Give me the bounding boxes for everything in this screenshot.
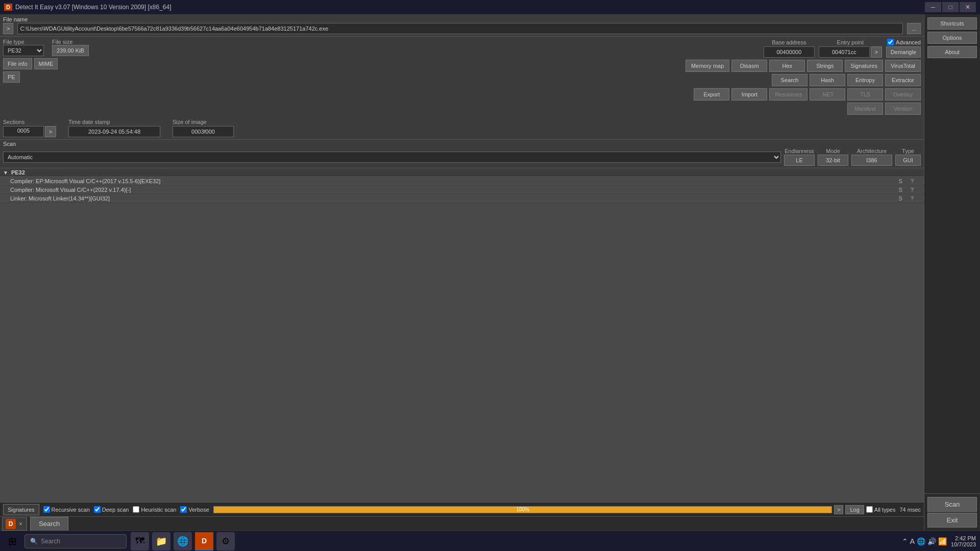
export-button[interactable]: Export [694, 88, 729, 101]
time-date-group: Time date stamp 2023-09-24 05:54:48 [68, 119, 160, 137]
options-button[interactable]: Options [927, 32, 977, 44]
taskbar-start-button[interactable]: ⊞ [4, 533, 20, 549]
exit-button[interactable]: Exit [927, 513, 977, 528]
heuristic-scan-label[interactable]: Heuristic scan [133, 506, 176, 513]
maximize-button[interactable]: □ [942, 2, 959, 12]
file-path-input[interactable] [17, 23, 902, 34]
manifest-button[interactable]: Manifest [847, 103, 883, 115]
entry-point-arrow-button[interactable]: > [871, 46, 882, 58]
scan-mode-select[interactable]: Automatic [3, 152, 781, 163]
tls-button[interactable]: TLS [847, 88, 883, 101]
result-right-2: S ? [899, 195, 914, 202]
all-types-label[interactable]: All types [866, 506, 896, 513]
minimize-button[interactable]: ─ [925, 2, 941, 12]
extractor-button[interactable]: Extractor [885, 74, 921, 86]
pe-button[interactable]: PE [3, 71, 20, 83]
heuristic-scan-checkbox[interactable] [133, 506, 139, 513]
recursive-scan-text: Recursive scan [52, 507, 90, 513]
result-item-1[interactable]: Compiler: Microsoft Visual C/C++(2022 v.… [0, 186, 924, 194]
deep-scan-checkbox[interactable] [94, 506, 101, 513]
result-q-0: ? [911, 178, 914, 184]
result-right-0: S ? [899, 178, 914, 184]
close-button[interactable]: ✕ [960, 2, 976, 12]
sections-group: Sections 0005 > [3, 119, 56, 137]
taskbar-app-detect-it-easy[interactable]: D [195, 532, 213, 550]
file-type-label: File type [3, 39, 44, 45]
result-item-2[interactable]: Linker: Microsoft Linker(14.34**)[GUI32]… [0, 194, 924, 203]
app-tab[interactable]: D × [2, 517, 27, 531]
advanced-checkbox[interactable] [887, 39, 894, 45]
sections-btn-row: 0005 > [3, 126, 56, 137]
entropy-button[interactable]: Entropy [847, 74, 883, 86]
entry-point-row: 004071cc > [819, 46, 882, 58]
shortcuts-button[interactable]: Shortcuts [927, 17, 977, 30]
signatures-button[interactable]: Signatures [845, 60, 883, 72]
overlay-button[interactable]: Overlay [885, 88, 921, 101]
taskbar-app-maps[interactable]: 🗺 [131, 532, 149, 550]
version-button[interactable]: Version [885, 103, 921, 115]
progress-section: 100% > Log All types [213, 505, 896, 514]
taskbar-app-browser[interactable]: 🌐 [174, 532, 192, 550]
advanced-checkbox-label[interactable]: Advanced [887, 39, 921, 45]
tool-buttons-row-2: Search Hash Entropy Extractor [772, 74, 921, 86]
file-type-select[interactable]: PE32 [3, 45, 44, 56]
app-tab-close-button[interactable]: × [18, 520, 23, 528]
file-size-value: 239.00 KiB [52, 45, 89, 56]
addr-entry-row: Base address 00400000 Entry point 004071… [764, 39, 882, 58]
mime-button[interactable]: MIME [34, 58, 58, 69]
advanced-label: Advanced [896, 39, 921, 45]
scan-big-button[interactable]: Scan [927, 497, 977, 512]
import-button[interactable]: Import [731, 88, 767, 101]
verbose-label[interactable]: Verbose [180, 506, 209, 513]
virus-total-button[interactable]: VirusTotal [885, 60, 921, 72]
memory-map-button[interactable]: Memory map [685, 60, 729, 72]
about-button[interactable]: About [927, 46, 977, 58]
progress-percent: 100% [516, 507, 529, 512]
browse-button[interactable]: ... [907, 23, 921, 34]
deep-scan-label[interactable]: Deep scan [94, 506, 129, 513]
recursive-scan-label[interactable]: Recursive scan [43, 506, 90, 513]
result-group-name: PE32 [11, 169, 25, 176]
taskbar-app-settings[interactable]: ⚙ [216, 532, 235, 550]
architecture-value: I386 [851, 155, 892, 166]
entry-point-value: 004071cc [819, 46, 870, 58]
result-right-1: S ? [899, 187, 914, 193]
type-group: Type GUI [895, 148, 921, 166]
app-taskbar-strip: D × Search [0, 516, 924, 531]
hex-button[interactable]: Hex [769, 60, 805, 72]
base-address-group: Base address 00400000 [764, 39, 815, 58]
disasm-button[interactable]: Disasm [731, 60, 767, 72]
architecture-col-label: Architecture [851, 148, 892, 154]
taskbar-app-files[interactable]: 📁 [152, 532, 170, 550]
verbose-checkbox[interactable] [180, 506, 187, 513]
sections-arrow-button[interactable]: > [45, 126, 56, 137]
strings-button[interactable]: Strings [807, 60, 843, 72]
hash-button[interactable]: Hash [810, 74, 845, 86]
heuristic-scan-text: Heuristic scan [141, 507, 176, 513]
log-button[interactable]: Log [845, 505, 864, 514]
file-info-button[interactable]: File info [3, 58, 32, 69]
demangle-button[interactable]: Demangle [886, 46, 921, 58]
recursive-scan-checkbox[interactable] [43, 506, 50, 513]
taskbar-search-button[interactable]: Search [30, 517, 68, 531]
nav-button[interactable]: > [3, 23, 13, 34]
search-button[interactable]: Search [772, 74, 807, 86]
signatures-tab-button[interactable]: Signatures [3, 504, 39, 515]
result-text-1: Compiler: Microsoft Visual C/C++(2022 v.… [10, 187, 131, 193]
scan-columns: Endianness LE Mode 32-bit Architecture I… [784, 148, 921, 166]
resources-button[interactable]: Resources [769, 88, 807, 101]
top-info-left: File type PE32 File size 239.00 KiB File… [3, 39, 89, 115]
app-container: File name > ... File type [0, 14, 980, 531]
time-date-label: Time date stamp [68, 119, 160, 125]
taskbar-search-placeholder: Search [41, 538, 60, 545]
net-button[interactable]: .NET [810, 88, 845, 101]
sections-row: Sections 0005 > Time date stamp 2023-09-… [0, 117, 924, 140]
progress-forward-button[interactable]: > [834, 505, 843, 514]
bottom-bar: Signatures Recursive scan Deep scan Heur… [0, 502, 924, 516]
file-name-label: File name [3, 16, 921, 22]
language-icon: 🌐 [917, 537, 925, 545]
result-item-0[interactable]: Compiler: EP:Microsoft Visual C/C++(2017… [0, 177, 924, 186]
all-types-checkbox[interactable] [866, 506, 873, 513]
result-q-1: ? [911, 187, 914, 193]
taskbar-search-bar[interactable]: 🔍 Search [24, 534, 127, 548]
